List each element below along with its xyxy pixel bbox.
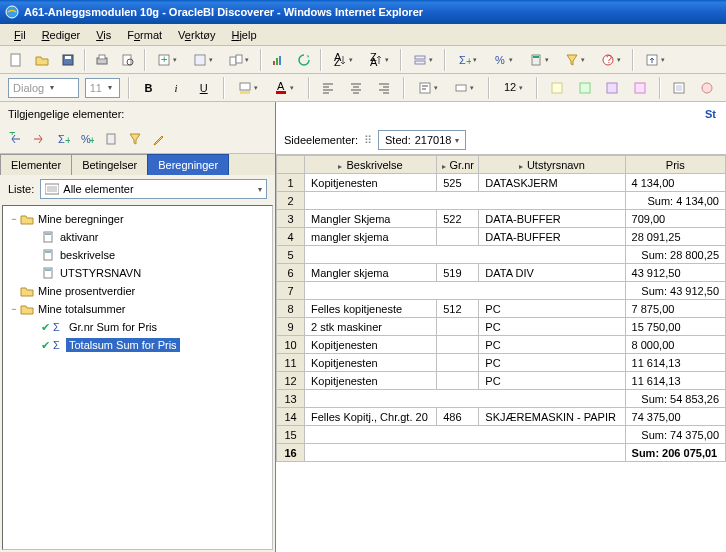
align-center-icon[interactable] — [345, 76, 367, 100]
table-row[interactable]: 4mangler skjemaDATA-BUFFER28 091,25 — [277, 228, 726, 246]
content-link[interactable]: St — [276, 102, 726, 126]
svg-rect-21 — [415, 56, 425, 59]
calc2-icon[interactable] — [104, 132, 118, 148]
calc-icon[interactable] — [522, 48, 556, 72]
menu-rediger[interactable]: Rediger — [36, 27, 87, 43]
svg-rect-11 — [196, 56, 204, 64]
svg-text:+: + — [89, 134, 94, 146]
table-row[interactable]: 5Sum: 28 800,25 — [277, 246, 726, 264]
pct-icon[interactable]: %+ — [80, 132, 94, 148]
tab-betingelser[interactable]: Betingelser — [71, 154, 148, 175]
menubar: Fil Rediger Vis Format Verktøy Hjelp — [0, 24, 726, 46]
font-name-combo[interactable]: Dialog — [8, 78, 79, 98]
table-row[interactable]: 16Sum: 206 075,01 — [277, 444, 726, 462]
corner-cell[interactable] — [277, 156, 305, 174]
tree-totalsum[interactable]: ✔ΣTotalsum Sum for Pris — [5, 336, 270, 354]
filter2-icon[interactable] — [128, 132, 142, 148]
sigma-icon[interactable]: Σ+ — [56, 132, 70, 148]
bgcolor-icon[interactable] — [233, 76, 264, 100]
group-icon[interactable] — [406, 48, 440, 72]
table-row[interactable]: 12KopitjenestenPC11 614,13 — [277, 372, 726, 390]
svg-rect-13 — [236, 55, 242, 63]
toolbar-format: Dialog 11 B i U A 123 — [0, 74, 726, 102]
number-icon[interactable]: 123 — [498, 76, 529, 100]
data-grid[interactable]: Beskrivelse Gr.nr Utstyrsnavn Pris 1Kopi… — [276, 155, 726, 462]
table-row[interactable]: 13Sum: 54 853,26 — [277, 390, 726, 408]
sort-asc-icon[interactable]: AZ — [326, 48, 360, 72]
chart-icon[interactable] — [266, 48, 290, 72]
menu-vis[interactable]: Vis — [90, 27, 117, 43]
tool1-icon[interactable] — [546, 76, 568, 100]
tree-beskrivelse[interactable]: beskrivelse — [5, 246, 270, 264]
svg-text:+: + — [161, 53, 167, 65]
wrap-icon[interactable] — [413, 76, 444, 100]
sort-desc-icon[interactable]: ZA — [362, 48, 396, 72]
percent-icon[interactable]: % — [486, 48, 520, 72]
menu-hjelp[interactable]: Hjelp — [225, 27, 262, 43]
svg-rect-31 — [240, 83, 250, 90]
tool3-icon[interactable] — [601, 76, 623, 100]
svg-rect-16 — [279, 56, 281, 65]
export-icon[interactable] — [638, 48, 672, 72]
tree-aktivanr[interactable]: aktivanr — [5, 228, 270, 246]
align-left-icon[interactable] — [318, 76, 340, 100]
tab-elementer[interactable]: Elementer — [0, 154, 72, 175]
table-row[interactable]: 2Sum: 4 134,00 — [277, 192, 726, 210]
sum-icon[interactable]: Σ+ — [450, 48, 484, 72]
svg-rect-41 — [635, 83, 645, 93]
add-icon[interactable]: + — [8, 132, 22, 148]
tree-utstyrsnavn[interactable]: UTSTYRSNAVN — [5, 264, 270, 282]
tree[interactable]: −Mine beregninger aktivanr beskrivelse U… — [2, 205, 273, 550]
tree-mine-tot[interactable]: −Mine totalsummer — [5, 300, 270, 318]
save-icon[interactable] — [56, 48, 80, 72]
tool4-icon[interactable] — [629, 76, 651, 100]
menu-fil[interactable]: Fil — [8, 27, 32, 43]
refresh-icon[interactable] — [292, 48, 316, 72]
table-row[interactable]: 92 stk maskinerPC15 750,00 — [277, 318, 726, 336]
table-row[interactable]: 11KopitjenestenPC11 614,13 — [277, 354, 726, 372]
sheet1-icon[interactable]: + — [150, 48, 184, 72]
param-icon[interactable]: ? — [594, 48, 628, 72]
table-row[interactable]: 14Felles Kopitj., Chr.gt. 20486SKJÆREMAS… — [277, 408, 726, 426]
remove-icon[interactable] — [32, 132, 46, 148]
open-icon[interactable] — [30, 48, 54, 72]
underline-icon[interactable]: U — [193, 76, 215, 100]
edit-icon[interactable] — [152, 132, 166, 148]
col-grnr[interactable]: Gr.nr — [437, 156, 479, 174]
tab-beregninger[interactable]: Beregninger — [147, 154, 229, 175]
col-beskrivelse[interactable]: Beskrivelse — [305, 156, 437, 174]
fontcolor-icon[interactable]: A — [269, 76, 300, 100]
align-right-icon[interactable] — [373, 76, 395, 100]
menu-verktoy[interactable]: Verktøy — [172, 27, 221, 43]
svg-rect-40 — [607, 83, 617, 93]
table-row[interactable]: 8Felles kopitjeneste512PC7 875,00 — [277, 300, 726, 318]
table-row[interactable]: 10KopitjenestenPC8 000,00 — [277, 336, 726, 354]
sidebar: Tilgjengelige elementer: + Σ+ %+ Element… — [0, 102, 276, 552]
bold-icon[interactable]: B — [138, 76, 160, 100]
tree-grnr-sum[interactable]: ✔ΣGr.nr Sum for Pris — [5, 318, 270, 336]
tree-mine-beregninger[interactable]: −Mine beregninger — [5, 210, 270, 228]
sted-combo[interactable]: Sted: 217018 ▾ — [378, 130, 466, 150]
tool2-icon[interactable] — [574, 76, 596, 100]
table-row[interactable]: 7Sum: 43 912,50 — [277, 282, 726, 300]
col-utstyrsnavn[interactable]: Utstyrsnavn — [479, 156, 625, 174]
tree-mine-pros[interactable]: Mine prosentverdier — [5, 282, 270, 300]
table-row[interactable]: 6Mangler skjema519DATA DIV43 912,50 — [277, 264, 726, 282]
font-size-combo[interactable]: 11 — [85, 78, 120, 98]
menu-format[interactable]: Format — [121, 27, 168, 43]
italic-icon[interactable]: i — [165, 76, 187, 100]
table-row[interactable]: 3Mangler Skjema522DATA-BUFFER709,00 — [277, 210, 726, 228]
liste-combo[interactable]: Alle elementer — [40, 179, 267, 199]
tool5-icon[interactable] — [669, 76, 691, 100]
col-pris[interactable]: Pris — [625, 156, 725, 174]
print-icon[interactable] — [90, 48, 114, 72]
tool6-icon[interactable] — [696, 76, 718, 100]
filter-icon[interactable] — [558, 48, 592, 72]
merge-icon[interactable] — [449, 76, 480, 100]
sheet2-icon[interactable] — [186, 48, 220, 72]
new-icon[interactable] — [4, 48, 28, 72]
preview-icon[interactable] — [116, 48, 140, 72]
table-row[interactable]: 15Sum: 74 375,00 — [277, 426, 726, 444]
sheet3-icon[interactable] — [222, 48, 256, 72]
table-row[interactable]: 1Kopitjenesten525DATASKJERM4 134,00 — [277, 174, 726, 192]
